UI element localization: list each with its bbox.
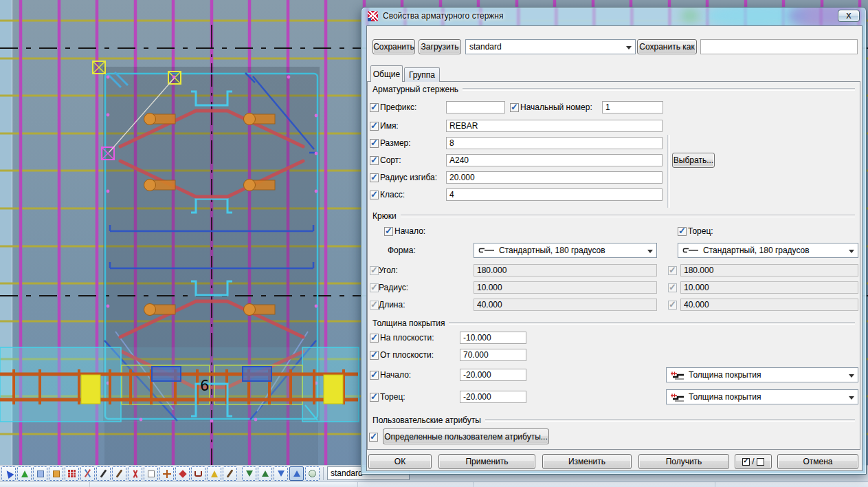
cover-end-checkbox[interactable] — [370, 393, 379, 402]
checked-box-icon — [742, 458, 750, 466]
hook-radius-start-input — [474, 281, 657, 294]
select-surfaces-button[interactable] — [207, 466, 221, 481]
apply-button[interactable]: Применить — [438, 454, 535, 469]
cover-thickness-icon — [670, 371, 685, 380]
select-parts-button[interactable] — [17, 466, 32, 481]
hook-start-checkbox[interactable] — [384, 227, 393, 236]
hook-radius-end-input — [680, 281, 858, 294]
load-button[interactable]: Загрузить — [419, 39, 461, 54]
bend-radius-label: Радиус изгиба: — [380, 173, 437, 182]
cover-start-input[interactable] — [460, 369, 526, 381]
select-component-objects-up-button[interactable] — [258, 466, 272, 481]
select-bolts-button[interactable] — [175, 466, 190, 481]
select-planes-button[interactable] — [223, 466, 237, 481]
hook-radius-end-checkbox — [668, 283, 677, 292]
select-surfaces-icon — [211, 470, 218, 477]
select-all-button[interactable] — [1, 466, 16, 481]
toggle-all-checkboxes-button[interactable]: / — [735, 454, 772, 469]
start-number-input[interactable] — [602, 101, 663, 113]
select-snap-settings-button[interactable] — [305, 466, 320, 481]
select-component-objects-down-button[interactable] — [242, 466, 256, 481]
profile-combo-value: standard — [469, 42, 502, 52]
size-checkbox[interactable] — [370, 139, 379, 148]
cancel-button[interactable]: Отмена — [777, 454, 858, 469]
dialog-titlebar[interactable]: Свойства арматурного стержня X — [361, 8, 866, 25]
profile-combo[interactable]: standard — [465, 39, 636, 54]
select-assembly-objects-down-button[interactable] — [274, 466, 288, 481]
cover-end-combo[interactable]: Толщина покрытия — [666, 389, 858, 404]
bend-radius-checkbox[interactable] — [370, 173, 379, 182]
select-cuts-button[interactable] — [128, 466, 142, 481]
cover-on-plane-input[interactable] — [460, 332, 526, 344]
hook-shape-start-combo[interactable]: Стандартный, 180 градусов — [474, 243, 657, 258]
select-fittings-button[interactable] — [159, 466, 174, 481]
select-assemblies-up-button[interactable] — [289, 466, 304, 481]
select-points-button[interactable] — [49, 466, 63, 481]
cover-end-input[interactable] — [460, 391, 526, 403]
cover-group-title: Толщина покрытия — [372, 318, 445, 328]
cover-start-combo[interactable]: Толщина покрытия — [666, 367, 858, 382]
hook-shape-end-value: Стандартный, 180 градусов — [703, 246, 810, 255]
hook-length-start-checkbox — [370, 301, 379, 310]
select-points-icon — [53, 470, 60, 477]
select-bolts-icon — [179, 470, 186, 477]
close-button[interactable]: X — [838, 10, 860, 22]
cover-from-plane-input[interactable] — [460, 349, 526, 361]
class-label: Класс: — [380, 190, 405, 199]
select-grid-lines-button[interactable] — [80, 466, 95, 481]
chevron-down-icon — [849, 250, 854, 253]
select-grids-icon — [68, 470, 70, 472]
ok-button[interactable]: ОК — [368, 454, 432, 469]
select-planes-icon — [227, 469, 234, 477]
hook-end-checkbox[interactable] — [678, 227, 687, 236]
uda-group-title: Пользовательские атрибуты — [372, 415, 481, 425]
cover-thickness-icon — [670, 393, 685, 402]
select-component-objects-up-icon — [262, 470, 269, 477]
select-components-icon — [37, 470, 44, 477]
bend-radius-input[interactable] — [446, 171, 663, 184]
select-welds-button[interactable] — [96, 466, 111, 481]
select-single-rebars-button[interactable] — [191, 466, 205, 481]
select-grids-button[interactable] — [65, 466, 79, 481]
hook-end-label: Торец: — [688, 226, 713, 236]
cover-end-combo-value: Толщина покрытия — [689, 392, 761, 402]
tekla-app-icon — [368, 11, 378, 21]
select-grade-button[interactable]: Выбрать... — [672, 153, 715, 168]
select-views-button[interactable] — [144, 466, 158, 481]
uda-button[interactable]: Определенные пользователем атрибуты... — [383, 429, 549, 444]
cover-from-plane-checkbox[interactable] — [370, 351, 379, 360]
select-snap-settings-icon — [309, 470, 316, 477]
cover-group-header: Толщина покрытия — [372, 318, 855, 328]
name-input[interactable] — [446, 120, 663, 132]
select-components-button[interactable] — [33, 466, 47, 481]
tab-general[interactable]: Общие — [370, 65, 403, 82]
modify-button[interactable]: Изменить — [542, 454, 632, 469]
start-number-checkbox[interactable] — [510, 103, 519, 112]
glass-blob-green — [681, 9, 699, 23]
chevron-down-icon — [626, 46, 632, 50]
class-checkbox[interactable] — [370, 191, 379, 199]
select-views-icon — [148, 470, 155, 477]
prefix-checkbox[interactable] — [370, 103, 379, 112]
hook-shape-icon — [682, 246, 700, 255]
select-parts-icon — [21, 470, 28, 477]
get-button[interactable]: Получить — [638, 454, 729, 469]
class-input[interactable] — [446, 188, 663, 201]
cover-start-checkbox[interactable] — [370, 371, 379, 380]
save-as-button[interactable]: Сохранить как — [637, 39, 697, 54]
select-all-icon — [3, 468, 14, 479]
chevron-down-icon — [849, 374, 854, 378]
save-as-input[interactable] — [700, 39, 858, 54]
uda-checkbox[interactable] — [369, 433, 378, 442]
cover-on-plane-checkbox[interactable] — [370, 334, 379, 343]
name-checkbox[interactable] — [370, 122, 379, 131]
save-button[interactable]: Сохранить — [372, 39, 415, 54]
grade-checkbox[interactable] — [370, 156, 379, 165]
grade-input[interactable] — [446, 154, 663, 166]
size-input[interactable] — [446, 137, 663, 149]
select-pens-button[interactable] — [112, 466, 126, 481]
hook-shape-end-combo[interactable]: Стандартный, 180 градусов — [678, 243, 858, 258]
grade-label: Сорт: — [380, 155, 401, 165]
prefix-input[interactable] — [446, 101, 505, 113]
tab-group[interactable]: Группа — [404, 67, 440, 82]
